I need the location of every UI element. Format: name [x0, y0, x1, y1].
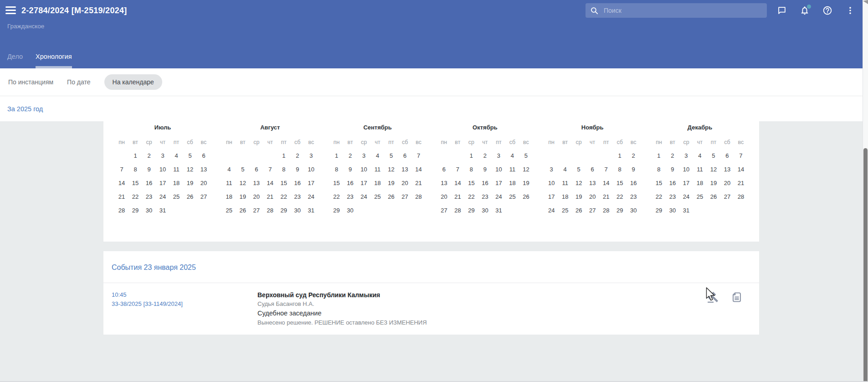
calendar-day: 10	[357, 163, 371, 176]
calendar-day: 24	[544, 204, 558, 217]
weekday-label: пт	[492, 135, 505, 149]
filter-chip[interactable]: По дате	[67, 78, 90, 86]
month-title: Сентябрь	[330, 124, 426, 131]
day-row: 1234567	[330, 149, 426, 163]
event-court: Верховный суд Республики Калмыкия	[257, 290, 707, 299]
calendar-day: 7	[599, 163, 613, 176]
calendar-day: 15	[128, 176, 142, 190]
calendar-day: 6	[720, 149, 734, 163]
chat-icon[interactable]	[777, 5, 787, 15]
help-icon[interactable]	[822, 5, 832, 15]
menu-icon[interactable]	[5, 6, 16, 14]
calendar-day: 26	[707, 190, 720, 204]
calendar-day: 20	[720, 176, 734, 190]
events-header: События 23 января 2025	[103, 251, 759, 272]
day-row: 21222324252627	[115, 190, 211, 204]
day-row: 78910111213	[115, 163, 211, 176]
header-icons	[777, 0, 855, 21]
calendar-day: 17	[679, 176, 693, 190]
month-title: Август	[222, 124, 318, 131]
calendar-day: 7	[412, 149, 426, 163]
weekday-label: ср	[572, 135, 586, 149]
calendar-day: 6	[197, 149, 211, 163]
filter-chip[interactable]: На календаре	[104, 74, 162, 90]
calendar-day: 15	[652, 176, 666, 190]
calendar-day: 23	[627, 190, 640, 204]
notifications-bell-icon[interactable]	[800, 5, 810, 15]
weekday-label: вт	[236, 135, 250, 149]
calendar-day: 19	[707, 176, 720, 190]
calendar-day: 1	[464, 149, 478, 163]
year-link[interactable]: За 2025 год	[7, 105, 43, 113]
weekday-label: ср	[464, 135, 478, 149]
view-filter-bar: По инстанциямПо датеНа календаре	[0, 68, 868, 96]
gavel-icon[interactable]	[707, 291, 719, 305]
weekday-label: вс	[304, 135, 318, 149]
calendar-day: 13	[398, 163, 412, 176]
day-row: 2930	[330, 204, 426, 217]
scrollbar-thumb[interactable]	[863, 148, 868, 382]
calendar-day: 26	[236, 204, 250, 217]
calendar-day: 9	[291, 163, 304, 176]
calendar-day: 2	[627, 149, 640, 163]
calendar-day: 21	[263, 190, 277, 204]
day-row: 123456	[115, 149, 211, 163]
calendar-day: 16	[666, 176, 679, 190]
more-options-kebab-icon[interactable]	[845, 5, 855, 15]
calendar-day: 22	[464, 190, 478, 204]
weekday-label: сб	[398, 135, 412, 149]
search-icon	[590, 6, 599, 15]
calendar-day: 9	[627, 163, 640, 176]
calendar-day: 14	[734, 163, 748, 176]
calendar-day: 3	[492, 149, 505, 163]
weekday-label: пн	[544, 135, 558, 149]
weekday-label: пн	[437, 135, 451, 149]
document-icon[interactable]	[731, 291, 743, 305]
calendar-day: 8	[128, 163, 142, 176]
search-box[interactable]	[586, 3, 767, 18]
calendar-day: 9	[142, 163, 156, 176]
weekday-label: чт	[156, 135, 169, 149]
day-row: 15161718192021	[652, 176, 748, 190]
calendar-day: 31	[679, 204, 693, 217]
calendar-day: 12	[707, 163, 720, 176]
calendar-day: 23	[291, 190, 304, 204]
calendar-day: 27	[197, 190, 211, 204]
calendar-day: 13	[720, 163, 734, 176]
calendar-day: 21	[599, 190, 613, 204]
calendar-day: 15	[277, 176, 291, 190]
calendar-day: 10	[156, 163, 169, 176]
calendar-month: Июльпнвтсрчтптсбвс1234567891011121314151…	[115, 124, 211, 217]
calendar-month: Ноябрьпнвтсрчтптсбвс12345678910111213141…	[544, 124, 640, 217]
calendar-day: 20	[398, 176, 412, 190]
event-case-link[interactable]: 33-38/2025 [33-1149/2024]	[112, 299, 257, 309]
calendar-day: 19	[236, 190, 250, 204]
calendar-day: 9	[666, 163, 679, 176]
calendar-day: 11	[371, 163, 385, 176]
event-time-link[interactable]: 10:45	[112, 290, 257, 299]
calendar-day: 6	[398, 149, 412, 163]
calendar-day-empty	[519, 204, 533, 217]
calendar-day-empty	[357, 204, 371, 217]
calendar-day: 13	[197, 163, 211, 176]
vertical-scrollbar[interactable]	[863, 0, 868, 382]
calendar-day: 23	[344, 190, 357, 204]
search-input[interactable]	[603, 6, 767, 15]
calendar-day: 16	[291, 176, 304, 190]
weekday-label: пн	[652, 135, 666, 149]
weekday-row: пнвтсрчтптсбвс	[222, 135, 318, 149]
page-title: 2-2784/2024 [М-2519/2024]	[21, 6, 127, 15]
calendar-day: 29	[652, 204, 666, 217]
calendar-day: 29	[613, 204, 627, 217]
calendar-day: 5	[236, 163, 250, 176]
calendar-day: 27	[586, 204, 599, 217]
calendar-day: 3	[544, 163, 558, 176]
calendar-day: 14	[412, 163, 426, 176]
calendar-day-empty	[693, 204, 707, 217]
filter-chip[interactable]: По инстанциям	[8, 78, 53, 86]
tab-дело[interactable]: Дело	[7, 53, 23, 68]
calendar-day: 21	[734, 176, 748, 190]
calendar-month: Августпнвтсрчтптсбвс12345678910111213141…	[222, 124, 318, 217]
tab-хронология[interactable]: Хронология	[36, 53, 72, 68]
calendar-day: 2	[666, 149, 679, 163]
